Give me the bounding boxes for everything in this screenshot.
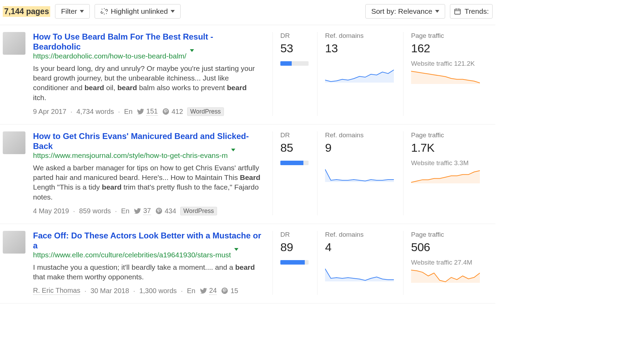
dr-value: 85 [280,141,310,154]
website-traffic-value: 3.3M [454,159,469,167]
twitter-shares[interactable]: 37 [133,207,151,215]
ref-domains-label: Ref. domains [325,231,396,238]
filter-button[interactable]: Filter [55,4,90,19]
page-traffic-value: 162 [411,42,485,55]
result-thumbnail[interactable] [3,231,25,254]
result-title[interactable]: Face Off: Do These Actors Look Better wi… [33,231,261,250]
page-traffic-column: Page traffic1.7KWebsite traffic 3.3M [403,131,493,215]
result-snippet: Is your beard long, dry and unruly? Or m… [33,64,261,103]
twitter-shares[interactable]: 24 [200,287,217,295]
svg-point-3 [222,288,228,294]
result-lang: En [181,287,195,295]
sparkline [325,268,394,281]
sparkline [411,170,480,183]
result-url[interactable]: https://beardoholic.com/how-to-use-beard… [33,52,186,60]
page-traffic-column: Page traffic162Website traffic 121.2K [403,32,493,116]
pinterest-count: 434 [165,207,176,215]
ref-domains-label: Ref. domains [325,131,396,139]
website-traffic-prefix: Website traffic [411,259,454,266]
dr-label: DR [280,131,310,139]
twitter-shares[interactable]: 151 [137,107,158,116]
dr-label: DR [280,231,310,238]
pinterest-icon [162,108,170,115]
sparkline [325,168,394,182]
result-title[interactable]: How to Get Chris Evans' Manicured Beard … [33,131,249,151]
result-thumbnail[interactable] [3,32,25,55]
page-traffic-label: Page traffic [411,131,485,139]
result-meta: 4 May 2019859 wordsEn37434WordPress [33,207,261,215]
result-url-line: https://www.elle.com/culture/celebrities… [33,251,261,259]
result-date: 30 Mar 2018 [84,287,129,295]
url-dropdown[interactable] [234,251,238,259]
twitter-count: 37 [143,207,151,215]
result-words: 4,734 words [71,108,114,116]
svg-point-2 [155,208,162,214]
chevron-down-icon [435,10,439,13]
calendar-icon [454,8,461,15]
result-url[interactable]: https://www.mensjournal.com/style/how-to… [33,151,228,160]
result-thumbnail[interactable] [3,131,25,154]
chevron-down-icon [234,248,238,259]
result-url[interactable]: https://www.elle.com/culture/celebrities… [33,251,231,259]
url-dropdown[interactable] [190,52,194,60]
chevron-down-icon [190,49,194,60]
result-title[interactable]: How To Use Beard Balm For The Best Resul… [33,32,213,51]
filter-label: Filter [61,7,77,15]
ref-domains-value: 13 [325,42,396,55]
result-words: 1,300 words [133,287,177,295]
page-traffic-value: 1.7K [411,141,485,154]
page-count: 7,144 pages [3,6,50,17]
dr-bar-fill [280,161,303,165]
result-meta: R. Eric Thomas30 Mar 20181,300 wordsEn24… [33,287,261,295]
pinterest-icon [155,207,163,215]
result-metrics: DR89Ref. domains4Page traffic506Website … [272,231,493,295]
website-traffic-prefix: Website traffic [411,60,454,67]
platform-tag: WordPress [180,207,217,215]
pinterest-shares[interactable]: 434 [155,207,176,215]
dr-value: 53 [280,42,310,55]
page-traffic-label: Page traffic [411,32,485,40]
ref-domains-column: Ref. domains13 [317,32,403,116]
result-row: How to Get Chris Evans' Manicured Beard … [0,125,495,224]
twitter-icon [200,287,207,295]
dr-bar-fill [280,260,305,265]
result-lang: En [118,108,132,116]
result-metrics: DR53Ref. domains13Page traffic162Website… [272,32,493,116]
url-dropdown[interactable] [231,151,235,160]
website-traffic-prefix: Website traffic [411,159,454,167]
page-traffic-label: Page traffic [411,231,485,238]
result-main: How To Use Beard Balm For The Best Resul… [33,32,265,116]
result-author: R. Eric Thomas [33,287,80,295]
sort-button[interactable]: Sort by: Relevance [365,4,445,19]
result-snippet: I mustache you a question; it'll beardly… [33,263,261,282]
result-metrics: DR85Ref. domains9Page traffic1.7KWebsite… [272,131,493,215]
toolbar: 7,144 pagesFilterHighlight unlinkedSort … [0,0,495,25]
result-date: 4 May 2019 [33,207,69,215]
dr-label: DR [280,32,310,40]
dr-bar [280,260,309,265]
dr-bar-fill [280,61,292,66]
ref-domains-column: Ref. domains4 [317,231,403,295]
result-row: How To Use Beard Balm For The Best Resul… [0,25,495,125]
website-traffic-value: 27.4M [454,259,472,266]
dr-column: DR53 [272,32,317,116]
pinterest-shares[interactable]: 412 [162,108,183,116]
chevron-down-icon [231,149,235,159]
result-lang: En [115,207,129,215]
highlight-unlinked-button[interactable]: Highlight unlinked [95,4,181,19]
trends-label: Trends: [465,7,489,15]
ref-domains-value: 9 [325,141,396,154]
sparkline [325,69,394,83]
dr-column: DR89 [272,231,317,295]
result-url-line: https://www.mensjournal.com/style/how-to… [33,151,261,160]
pinterest-shares[interactable]: 15 [221,287,238,295]
twitter-count: 151 [146,107,158,116]
twitter-icon [137,108,144,115]
pinterest-count: 15 [230,287,238,295]
page-traffic-value: 506 [411,240,485,254]
result-date: 9 Apr 2017 [33,108,66,116]
pinterest-icon [221,287,228,295]
trends-selector[interactable]: Trends: [450,4,493,19]
dr-column: DR85 [272,131,317,215]
website-traffic-value: 121.2K [454,60,475,67]
